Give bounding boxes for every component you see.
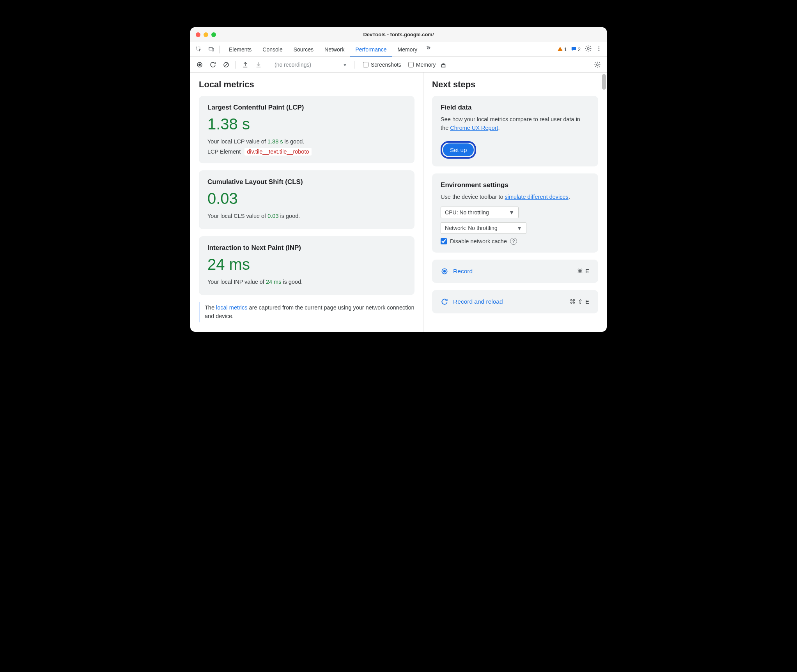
inspect-element-icon[interactable] [193, 44, 204, 55]
panel-settings-gear-icon[interactable] [592, 59, 603, 70]
message-icon [571, 46, 577, 53]
screenshots-checkbox[interactable]: Screenshots [363, 62, 401, 68]
reload-icon[interactable] [207, 59, 218, 70]
maximize-window-button[interactable] [211, 32, 216, 37]
svg-point-12 [597, 64, 599, 65]
svg-point-4 [587, 48, 589, 50]
minimize-window-button[interactable] [204, 32, 208, 37]
record-button-icon[interactable] [194, 59, 205, 70]
upload-icon[interactable] [240, 59, 251, 70]
lcp-title: Largest Contentful Paint (LCP) [207, 104, 406, 111]
lcp-value: 1.38 s [207, 115, 406, 133]
record-reload-shortcut: ⌘ ⇧ E [570, 299, 590, 305]
field-data-description: See how your local metrics compare to re… [441, 115, 590, 133]
svg-rect-11 [442, 65, 445, 67]
environment-settings-description: Use the device toolbar to simulate diffe… [441, 193, 590, 202]
warnings-badge[interactable]: 1 [557, 46, 567, 53]
local-metrics-heading: Local metrics [199, 80, 414, 90]
simulate-devices-link[interactable]: simulate different devices [505, 194, 569, 200]
record-reload-action[interactable]: Record and reload ⌘ ⇧ E [432, 290, 598, 313]
memory-label: Memory [416, 62, 436, 68]
environment-settings-title: Environment settings [441, 181, 590, 189]
lcp-element-label: LCP Element [207, 149, 241, 155]
lcp-element-value[interactable]: div.tile__text.tile__roboto [244, 148, 311, 156]
svg-point-5 [599, 46, 600, 48]
performance-subtoolbar: (no recordings) ▾ Screenshots Memory [190, 57, 607, 73]
memory-checkbox[interactable]: Memory [408, 62, 436, 68]
reload-icon [441, 298, 448, 306]
disable-cache-checkbox[interactable] [441, 238, 447, 244]
record-reload-label: Record and reload [453, 298, 503, 305]
recordings-dropdown-label: (no recordings) [275, 62, 311, 68]
messages-badge[interactable]: 2 [571, 46, 581, 53]
more-tabs-icon[interactable] [423, 42, 434, 53]
lcp-description: Your local LCP value of 1.38 s is good. [207, 138, 406, 145]
help-icon[interactable]: ? [510, 238, 517, 245]
chevron-down-icon: ▾ [344, 62, 346, 68]
lcp-element-row: LCP Element div.tile__text.tile__roboto [207, 148, 406, 156]
environment-settings-card: Environment settings Use the device tool… [432, 173, 598, 253]
settings-gear-icon[interactable] [584, 45, 592, 54]
local-metrics-link[interactable]: local metrics [216, 304, 248, 311]
tab-console[interactable]: Console [257, 42, 288, 57]
devtools-window: DevTools - fonts.google.com/ Elements Co… [190, 27, 607, 332]
scrollbar-thumb[interactable] [602, 74, 606, 90]
disable-cache-label: Disable network cache [450, 238, 507, 244]
inp-title: Interaction to Next Paint (INP) [207, 244, 406, 252]
close-window-button[interactable] [196, 32, 200, 37]
tab-memory[interactable]: Memory [392, 42, 423, 57]
svg-rect-2 [212, 48, 213, 51]
warning-triangle-icon [557, 46, 563, 53]
record-label: Record [453, 268, 473, 275]
cpu-throttling-value: CPU: No throttling [445, 209, 489, 216]
cls-value: 0.03 [207, 190, 406, 207]
next-steps-column: Next steps Field data See how your local… [423, 73, 607, 332]
field-data-title: Field data [441, 104, 590, 111]
tab-elements[interactable]: Elements [223, 42, 257, 57]
clear-icon[interactable] [221, 59, 232, 70]
record-circle-icon [441, 267, 448, 275]
svg-point-6 [599, 48, 600, 49]
titlebar: DevTools - fonts.google.com/ [190, 27, 607, 42]
panel-tabs: Elements Console Sources Network Perform… [223, 42, 557, 57]
tab-performance[interactable]: Performance [350, 42, 392, 57]
field-data-card: Field data See how your local metrics co… [432, 96, 598, 166]
local-metrics-info: The local metrics are captured from the … [199, 302, 414, 322]
cpu-throttling-dropdown[interactable]: CPU: No throttling ▼ [441, 207, 519, 218]
content-area: Local metrics Largest Contentful Paint (… [190, 73, 607, 332]
network-throttling-dropdown[interactable]: Network: No throttling ▼ [441, 222, 526, 234]
inp-card: Interaction to Next Paint (INP) 24 ms Yo… [199, 236, 414, 295]
messages-count: 2 [578, 46, 581, 52]
network-throttling-value: Network: No throttling [445, 225, 498, 231]
recordings-dropdown[interactable]: (no recordings) ▾ [272, 62, 350, 68]
screenshots-label: Screenshots [371, 62, 401, 68]
chevron-down-icon: ▼ [509, 209, 514, 216]
chevron-down-icon: ▼ [517, 225, 522, 231]
record-shortcut: ⌘ E [577, 268, 590, 274]
setup-highlight-ring: Set up [441, 141, 476, 159]
next-steps-heading: Next steps [432, 80, 598, 90]
record-action[interactable]: Record ⌘ E [432, 260, 598, 283]
window-controls [190, 32, 216, 37]
svg-point-14 [443, 270, 446, 273]
local-metrics-column: Local metrics Largest Contentful Paint (… [190, 73, 423, 332]
cls-title: Cumulative Layout Shift (CLS) [207, 178, 406, 186]
svg-rect-3 [572, 47, 576, 50]
svg-point-7 [599, 50, 600, 51]
lcp-card: Largest Contentful Paint (LCP) 1.38 s Yo… [199, 96, 414, 163]
device-toolbar-icon[interactable] [206, 44, 217, 55]
window-title: DevTools - fonts.google.com/ [190, 32, 607, 37]
setup-button[interactable]: Set up [443, 143, 474, 156]
tab-sources[interactable]: Sources [288, 42, 319, 57]
cls-description: Your local CLS value of 0.03 is good. [207, 213, 406, 219]
svg-point-9 [198, 64, 201, 66]
more-menu-icon[interactable] [596, 46, 602, 53]
main-toolbar: Elements Console Sources Network Perform… [190, 42, 607, 57]
inp-description: Your local INP value of 24 ms is good. [207, 279, 406, 285]
warnings-count: 1 [564, 46, 567, 52]
tab-network[interactable]: Network [319, 42, 350, 57]
cls-card: Cumulative Layout Shift (CLS) 0.03 Your … [199, 170, 414, 229]
garbage-collect-icon[interactable] [438, 59, 449, 70]
download-icon[interactable] [253, 59, 264, 70]
chrome-ux-report-link[interactable]: Chrome UX Report [450, 125, 498, 131]
